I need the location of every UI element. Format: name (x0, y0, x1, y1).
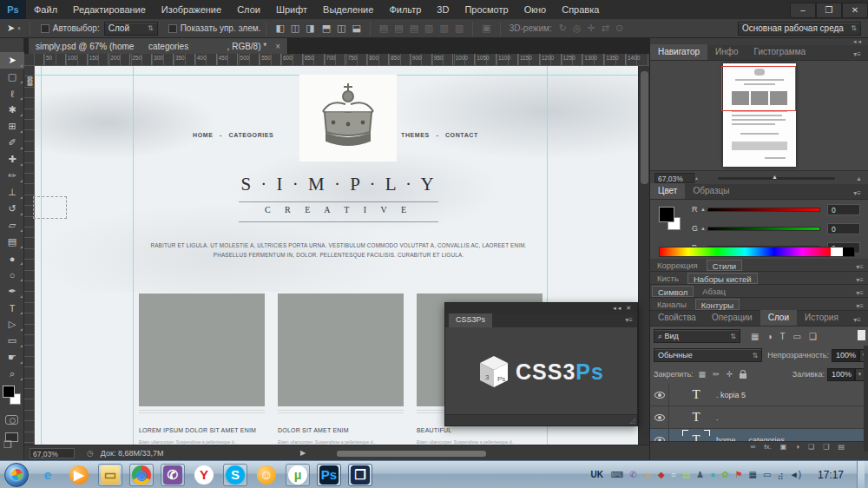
taskbar-app-button[interactable]: ◉ (129, 464, 154, 486)
tool-button[interactable]: ✏ (0, 168, 24, 184)
panel-menu-icon[interactable]: ▾≡ (853, 47, 866, 58)
vertical-ruler[interactable]: 5010015020025030035040045050055060065070… (24, 66, 35, 445)
tab-close-icon[interactable]: × (275, 42, 280, 51)
tray-icon[interactable]: ▤ (682, 471, 690, 479)
menu-item[interactable]: Окно (516, 0, 555, 19)
layer-name[interactable]: . (716, 413, 719, 422)
align-icon[interactable]: ◨ (306, 23, 314, 34)
css3ps-panel[interactable]: ◂◂ ✕ CSS3Ps ▾≡ 3Ps CSS3Ps ◿ (444, 302, 638, 426)
panel-tab[interactable]: Свойства (650, 310, 704, 326)
distribute-icon[interactable]: ▥ (455, 23, 464, 34)
tray-icon[interactable]: ✆ (629, 471, 636, 479)
distribute-icon[interactable]: ▤ (394, 23, 403, 34)
lock-pixels-icon[interactable]: ✏ (713, 370, 720, 379)
menu-item[interactable]: Просмотр (457, 0, 516, 19)
tray-icon[interactable]: ✿ (721, 471, 728, 479)
panel-menu-icon[interactable]: ▾≡ (856, 273, 868, 284)
taskbar-app-button[interactable]: S (223, 464, 247, 486)
taskbar-clock[interactable]: 17:17 (811, 469, 851, 481)
close-button[interactable]: ✕ (842, 3, 868, 18)
start-button[interactable] (4, 463, 29, 487)
tool-button[interactable]: ✐ (0, 135, 24, 151)
tool-button[interactable]: ✚ (0, 151, 24, 168)
panel-tab[interactable]: Символ (652, 286, 694, 297)
navigator-thumbnail[interactable] (723, 63, 796, 167)
css3ps-tab[interactable]: CSS3Ps (449, 313, 492, 327)
tool-button[interactable]: ⌕ (0, 366, 24, 382)
tray-icon[interactable]: ◆ (658, 471, 665, 479)
layers-action-icon[interactable]: ❑ (823, 443, 829, 452)
foreground-color-swatch[interactable] (3, 386, 15, 398)
layer-row[interactable]: T ⚠ . kopia 5 (650, 384, 865, 406)
layer-filter-dropdown[interactable]: ⌕ Вид ⇅ (654, 329, 740, 343)
foreground-color-swatch[interactable] (659, 207, 674, 222)
layer-thumbnail[interactable]: T ⚠ (681, 384, 711, 406)
quick-mask-button[interactable] (5, 415, 18, 425)
green-value-field[interactable]: 0 (827, 223, 860, 234)
tool-button[interactable]: ▭ (0, 333, 24, 349)
tray-icon[interactable]: ⣴ (777, 471, 783, 479)
tool-button[interactable]: ⊥ (0, 184, 24, 201)
menu-item[interactable]: Редактирование (65, 0, 154, 19)
tool-button[interactable]: ▢ (0, 69, 24, 85)
panel-tab[interactable]: Слои (760, 310, 797, 326)
tool-button[interactable]: ↺ (0, 201, 24, 217)
tool-button[interactable]: ▱ (0, 217, 24, 234)
autoselect-target-dropdown[interactable]: Слой ⇅ (104, 22, 158, 36)
blend-mode-dropdown[interactable]: Обычные ⇅ (654, 348, 762, 362)
panel-menu-icon[interactable]: ▾≡ (625, 316, 633, 324)
tool-button[interactable]: ✒ (0, 283, 24, 300)
auto-align-icon[interactable]: ▣ (482, 23, 490, 34)
tool-button[interactable]: ☛ (0, 349, 24, 366)
align-icon[interactable]: ◫ (291, 23, 299, 34)
panel-tab[interactable]: Гистограмма (746, 44, 814, 60)
align-icon[interactable]: ⬓ (352, 23, 360, 34)
menu-item[interactable]: Выделение (315, 0, 381, 19)
panel-tab[interactable]: История (797, 310, 846, 326)
panel-tab[interactable]: Коррекция (650, 260, 705, 271)
distribute-icon[interactable]: ▥ (439, 23, 448, 34)
layers-action-icon[interactable]: ∞ (751, 443, 756, 452)
panel-tab[interactable]: Инфо (707, 44, 746, 60)
opacity-field[interactable]: 100% (832, 349, 859, 362)
color-spectrum-bar[interactable] (659, 247, 855, 257)
taskbar-app-button[interactable]: ✆ (161, 464, 185, 486)
zoom-level-field[interactable]: 67,03% (30, 448, 75, 458)
tool-button[interactable]: ○ (0, 267, 24, 283)
language-indicator[interactable]: UK (590, 470, 602, 479)
tray-icon[interactable]: ☺ (643, 471, 652, 479)
layers-scrollbar[interactable] (864, 346, 868, 452)
tool-button[interactable]: ▷ (0, 316, 24, 333)
tool-button[interactable]: ● (0, 250, 24, 267)
panel-tab[interactable]: Стили (707, 260, 742, 271)
menu-item[interactable]: Слои (229, 0, 268, 19)
panel-tab[interactable]: Кисть (650, 273, 686, 284)
menu-item[interactable]: Изображение (154, 0, 229, 19)
taskbar-app-button[interactable]: ❐ (348, 464, 372, 486)
align-icon[interactable]: ⬒ (322, 23, 331, 34)
filter-type-icon[interactable]: T (780, 332, 786, 341)
green-slider[interactable] (707, 227, 820, 231)
tray-icon[interactable]: ● (710, 471, 715, 479)
status-menu-arrow-icon[interactable]: ▶ (300, 449, 306, 457)
minimize-button[interactable]: – (790, 3, 816, 18)
panel-menu-icon[interactable]: ▾≡ (856, 286, 868, 297)
panel-tab[interactable]: Каналы (650, 299, 694, 310)
lock-transparency-icon[interactable]: ▦ (699, 370, 707, 379)
tool-button[interactable]: ▤ (0, 234, 24, 250)
distribute-icon[interactable]: ▤ (379, 23, 388, 34)
menu-item[interactable]: Справка (554, 0, 607, 19)
panel-tab[interactable]: Контуры (695, 299, 740, 310)
red-slider[interactable] (707, 208, 820, 212)
panel-menu-icon[interactable]: ▾≡ (856, 260, 868, 271)
show-desktop-button[interactable] (857, 461, 865, 488)
tray-icon[interactable]: ⚑ (735, 471, 743, 479)
show-transform-controls-checkbox[interactable] (168, 24, 177, 33)
layer-visibility-toggle[interactable] (650, 406, 669, 429)
menu-item[interactable]: Файл (26, 0, 65, 19)
navigator-view-box[interactable] (721, 66, 796, 111)
panel-tab[interactable]: Образцы (685, 183, 737, 199)
filter-type-icon[interactable]: ▭ (793, 332, 801, 341)
layer-visibility-toggle[interactable] (650, 384, 669, 406)
panel-tab[interactable]: Операции (704, 310, 760, 326)
